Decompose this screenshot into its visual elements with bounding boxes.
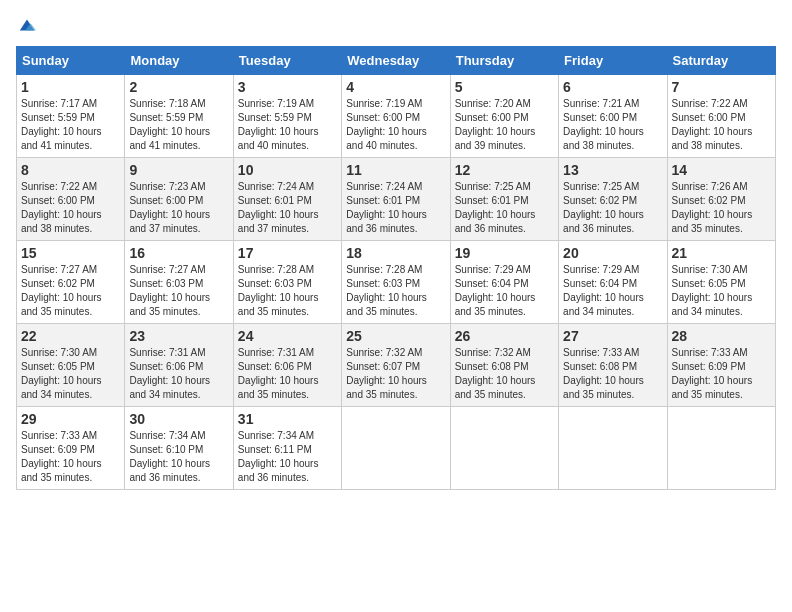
day-number: 29: [21, 411, 120, 427]
day-number: 7: [672, 79, 771, 95]
calendar-day-cell: 3 Sunrise: 7:19 AMSunset: 5:59 PMDayligh…: [233, 75, 341, 158]
calendar-day-cell: 10 Sunrise: 7:24 AMSunset: 6:01 PMDaylig…: [233, 158, 341, 241]
day-info: Sunrise: 7:27 AMSunset: 6:03 PMDaylight:…: [129, 264, 210, 317]
day-info: Sunrise: 7:32 AMSunset: 6:08 PMDaylight:…: [455, 347, 536, 400]
day-number: 17: [238, 245, 337, 261]
calendar-day-cell: [450, 407, 558, 490]
calendar-day-cell: [667, 407, 775, 490]
day-info: Sunrise: 7:20 AMSunset: 6:00 PMDaylight:…: [455, 98, 536, 151]
day-info: Sunrise: 7:21 AMSunset: 6:00 PMDaylight:…: [563, 98, 644, 151]
calendar-day-cell: 30 Sunrise: 7:34 AMSunset: 6:10 PMDaylig…: [125, 407, 233, 490]
day-number: 19: [455, 245, 554, 261]
day-info: Sunrise: 7:25 AMSunset: 6:01 PMDaylight:…: [455, 181, 536, 234]
day-number: 4: [346, 79, 445, 95]
day-info: Sunrise: 7:19 AMSunset: 6:00 PMDaylight:…: [346, 98, 427, 151]
calendar-day-header: Wednesday: [342, 47, 450, 75]
calendar-day-cell: 20 Sunrise: 7:29 AMSunset: 6:04 PMDaylig…: [559, 241, 667, 324]
day-number: 11: [346, 162, 445, 178]
day-number: 8: [21, 162, 120, 178]
calendar-day-cell: 8 Sunrise: 7:22 AMSunset: 6:00 PMDayligh…: [17, 158, 125, 241]
header: [16, 16, 776, 34]
calendar-day-cell: 28 Sunrise: 7:33 AMSunset: 6:09 PMDaylig…: [667, 324, 775, 407]
calendar-day-header: Monday: [125, 47, 233, 75]
day-number: 21: [672, 245, 771, 261]
calendar-day-cell: 4 Sunrise: 7:19 AMSunset: 6:00 PMDayligh…: [342, 75, 450, 158]
day-number: 23: [129, 328, 228, 344]
day-info: Sunrise: 7:24 AMSunset: 6:01 PMDaylight:…: [346, 181, 427, 234]
day-number: 13: [563, 162, 662, 178]
day-info: Sunrise: 7:28 AMSunset: 6:03 PMDaylight:…: [346, 264, 427, 317]
day-number: 16: [129, 245, 228, 261]
calendar-day-cell: 12 Sunrise: 7:25 AMSunset: 6:01 PMDaylig…: [450, 158, 558, 241]
day-number: 6: [563, 79, 662, 95]
calendar-day-cell: 22 Sunrise: 7:30 AMSunset: 6:05 PMDaylig…: [17, 324, 125, 407]
calendar-week-row: 15 Sunrise: 7:27 AMSunset: 6:02 PMDaylig…: [17, 241, 776, 324]
calendar-day-cell: 27 Sunrise: 7:33 AMSunset: 6:08 PMDaylig…: [559, 324, 667, 407]
calendar-day-header: Thursday: [450, 47, 558, 75]
day-info: Sunrise: 7:29 AMSunset: 6:04 PMDaylight:…: [563, 264, 644, 317]
day-info: Sunrise: 7:34 AMSunset: 6:11 PMDaylight:…: [238, 430, 319, 483]
day-info: Sunrise: 7:22 AMSunset: 6:00 PMDaylight:…: [672, 98, 753, 151]
calendar-day-cell: [342, 407, 450, 490]
day-number: 22: [21, 328, 120, 344]
calendar-day-cell: 15 Sunrise: 7:27 AMSunset: 6:02 PMDaylig…: [17, 241, 125, 324]
logo-icon: [18, 16, 36, 34]
calendar-day-cell: 1 Sunrise: 7:17 AMSunset: 5:59 PMDayligh…: [17, 75, 125, 158]
day-number: 18: [346, 245, 445, 261]
day-info: Sunrise: 7:30 AMSunset: 6:05 PMDaylight:…: [21, 347, 102, 400]
day-number: 28: [672, 328, 771, 344]
day-number: 2: [129, 79, 228, 95]
day-info: Sunrise: 7:18 AMSunset: 5:59 PMDaylight:…: [129, 98, 210, 151]
calendar-day-header: Saturday: [667, 47, 775, 75]
calendar-day-cell: 31 Sunrise: 7:34 AMSunset: 6:11 PMDaylig…: [233, 407, 341, 490]
day-info: Sunrise: 7:17 AMSunset: 5:59 PMDaylight:…: [21, 98, 102, 151]
calendar-day-cell: 24 Sunrise: 7:31 AMSunset: 6:06 PMDaylig…: [233, 324, 341, 407]
day-info: Sunrise: 7:25 AMSunset: 6:02 PMDaylight:…: [563, 181, 644, 234]
calendar-day-cell: 18 Sunrise: 7:28 AMSunset: 6:03 PMDaylig…: [342, 241, 450, 324]
calendar-day-cell: 21 Sunrise: 7:30 AMSunset: 6:05 PMDaylig…: [667, 241, 775, 324]
calendar-day-cell: [559, 407, 667, 490]
day-number: 26: [455, 328, 554, 344]
calendar-week-row: 22 Sunrise: 7:30 AMSunset: 6:05 PMDaylig…: [17, 324, 776, 407]
calendar-day-cell: 25 Sunrise: 7:32 AMSunset: 6:07 PMDaylig…: [342, 324, 450, 407]
day-info: Sunrise: 7:29 AMSunset: 6:04 PMDaylight:…: [455, 264, 536, 317]
calendar-day-cell: 2 Sunrise: 7:18 AMSunset: 5:59 PMDayligh…: [125, 75, 233, 158]
day-number: 25: [346, 328, 445, 344]
calendar-week-row: 29 Sunrise: 7:33 AMSunset: 6:09 PMDaylig…: [17, 407, 776, 490]
calendar-day-cell: 5 Sunrise: 7:20 AMSunset: 6:00 PMDayligh…: [450, 75, 558, 158]
logo: [16, 16, 36, 34]
day-info: Sunrise: 7:33 AMSunset: 6:09 PMDaylight:…: [21, 430, 102, 483]
calendar-day-header: Sunday: [17, 47, 125, 75]
day-number: 15: [21, 245, 120, 261]
calendar-day-cell: 23 Sunrise: 7:31 AMSunset: 6:06 PMDaylig…: [125, 324, 233, 407]
day-info: Sunrise: 7:22 AMSunset: 6:00 PMDaylight:…: [21, 181, 102, 234]
day-info: Sunrise: 7:33 AMSunset: 6:09 PMDaylight:…: [672, 347, 753, 400]
calendar-table: SundayMondayTuesdayWednesdayThursdayFrid…: [16, 46, 776, 490]
day-number: 14: [672, 162, 771, 178]
day-number: 3: [238, 79, 337, 95]
day-number: 27: [563, 328, 662, 344]
calendar-day-cell: 6 Sunrise: 7:21 AMSunset: 6:00 PMDayligh…: [559, 75, 667, 158]
day-info: Sunrise: 7:32 AMSunset: 6:07 PMDaylight:…: [346, 347, 427, 400]
day-number: 20: [563, 245, 662, 261]
day-info: Sunrise: 7:19 AMSunset: 5:59 PMDaylight:…: [238, 98, 319, 151]
day-info: Sunrise: 7:23 AMSunset: 6:00 PMDaylight:…: [129, 181, 210, 234]
day-info: Sunrise: 7:31 AMSunset: 6:06 PMDaylight:…: [238, 347, 319, 400]
day-number: 30: [129, 411, 228, 427]
day-number: 24: [238, 328, 337, 344]
calendar-day-header: Friday: [559, 47, 667, 75]
day-number: 10: [238, 162, 337, 178]
calendar-day-cell: 13 Sunrise: 7:25 AMSunset: 6:02 PMDaylig…: [559, 158, 667, 241]
day-info: Sunrise: 7:33 AMSunset: 6:08 PMDaylight:…: [563, 347, 644, 400]
day-number: 31: [238, 411, 337, 427]
calendar-day-cell: 11 Sunrise: 7:24 AMSunset: 6:01 PMDaylig…: [342, 158, 450, 241]
day-info: Sunrise: 7:28 AMSunset: 6:03 PMDaylight:…: [238, 264, 319, 317]
calendar-day-cell: 7 Sunrise: 7:22 AMSunset: 6:00 PMDayligh…: [667, 75, 775, 158]
calendar-day-cell: 19 Sunrise: 7:29 AMSunset: 6:04 PMDaylig…: [450, 241, 558, 324]
calendar-header-row: SundayMondayTuesdayWednesdayThursdayFrid…: [17, 47, 776, 75]
calendar-day-header: Tuesday: [233, 47, 341, 75]
day-number: 9: [129, 162, 228, 178]
calendar-day-cell: 16 Sunrise: 7:27 AMSunset: 6:03 PMDaylig…: [125, 241, 233, 324]
calendar-day-cell: 17 Sunrise: 7:28 AMSunset: 6:03 PMDaylig…: [233, 241, 341, 324]
calendar-day-cell: 14 Sunrise: 7:26 AMSunset: 6:02 PMDaylig…: [667, 158, 775, 241]
